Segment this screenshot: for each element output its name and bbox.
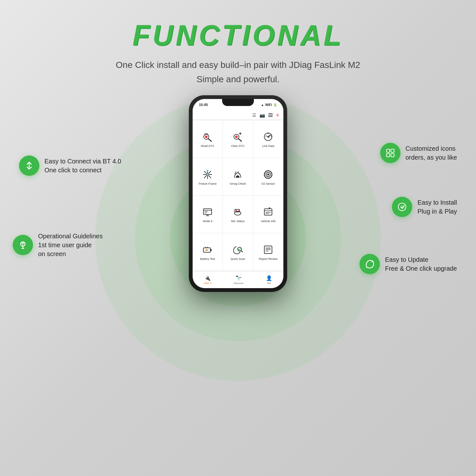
svg-rect-38	[210, 249, 212, 251]
status-icons: ▲WiFi🔋	[261, 103, 277, 107]
smog-check-icon	[231, 168, 244, 181]
svg-rect-51	[266, 247, 271, 248]
clear-dtc-label: Clear DTC	[231, 144, 245, 148]
battery-test-icon	[201, 243, 214, 256]
app-cell-battery-test[interactable]: Battery Test	[193, 233, 223, 271]
freeze-frame-label: Freeze Frame	[199, 182, 217, 185]
feature-guide: Operational Guidelines 1st time user gui…	[13, 232, 102, 258]
bt-bubble-text: Easy to Connect via BT 4.0 One click to …	[44, 157, 121, 175]
app-cell-report-review[interactable]: Report Review	[253, 233, 283, 271]
svg-point-21	[267, 174, 269, 175]
discover-nav-icon: 🔭	[235, 275, 242, 281]
update-bubble-text: Easy to Update Free & One click upgrade	[385, 255, 457, 273]
customize-bubble-circle	[380, 143, 400, 163]
svg-point-4	[235, 136, 238, 138]
app-grid: Read DTC Clear DTC	[193, 120, 283, 271]
status-time: 15:05	[199, 103, 208, 107]
install-bubble-circle	[392, 197, 412, 217]
app-cell-read-dtc[interactable]: Read DTC	[193, 120, 223, 158]
app-cell-smog-check[interactable]: Smog Check	[223, 158, 253, 196]
quick-scan-label: Quick Scan	[230, 257, 245, 261]
app-cell-o2-sensor[interactable]: O2 Sensor	[253, 158, 283, 196]
svg-rect-62	[391, 154, 394, 157]
video-icon[interactable]: 📷	[260, 113, 265, 118]
feature-update: Easy to Update Free & One click upgrade	[360, 254, 457, 274]
read-dtc-label: Read DTC	[201, 144, 215, 148]
nav-discover[interactable]: 🔭 Discover	[234, 275, 243, 285]
mil-status-label: MIL Status	[231, 220, 245, 223]
menu-icon[interactable]: ☰	[252, 113, 256, 118]
app-cell-mil-status[interactable]: MIL Status	[223, 196, 253, 234]
install-bubble-text: Easy to Install Plug in & Play	[417, 198, 457, 216]
guide-bubble-text: Operational Guidelines 1st time user gui…	[38, 232, 102, 258]
app-cell-mode6[interactable]: Mode 6	[193, 196, 223, 234]
o2-sensor-label: O2 Sensor	[261, 182, 275, 185]
feature-install: Easy to Install Plug in & Play	[392, 197, 457, 217]
live-data-icon	[262, 130, 274, 143]
battery-test-label: Battery Test	[200, 257, 215, 261]
svg-point-11	[268, 136, 269, 137]
o2-sensor-icon	[262, 168, 274, 181]
svg-point-1	[205, 136, 208, 138]
app-cell-quick-scan[interactable]: Quick Scan	[223, 233, 253, 271]
quick-scan-icon	[231, 243, 244, 256]
smog-check-label: Smog Check	[230, 182, 246, 185]
bt-icon[interactable]: ✳	[276, 113, 280, 118]
report-review-label: Report Review	[259, 257, 278, 261]
app-cell-live-data[interactable]: Live Data	[253, 120, 283, 158]
freeze-frame-icon	[201, 168, 214, 181]
svg-rect-61	[387, 154, 390, 157]
page-title: FUNCTIONAL	[0, 0, 476, 52]
feature-bt: Easy to Connect via BT 4.0 One click to …	[19, 155, 121, 176]
mode6-label: Mode 6	[203, 220, 212, 223]
svg-line-46	[241, 251, 243, 252]
bottom-nav: 🔌 OBD II 🔭 Discover 👤 Me	[193, 271, 283, 288]
svg-point-31	[238, 210, 239, 211]
app-cell-vehicle-info[interactable]: Vehicle Info	[253, 196, 283, 234]
update-bubble-circle	[360, 254, 380, 274]
obd2-nav-icon: 🔌	[204, 275, 211, 281]
app-cell-clear-dtc[interactable]: Clear DTC	[223, 120, 253, 158]
svg-point-58	[23, 245, 23, 246]
svg-rect-60	[391, 149, 394, 152]
mode6-icon	[201, 206, 214, 218]
customize-bubble-text: Customized icons orders, as you like	[406, 144, 457, 162]
nav-obd2[interactable]: 🔌 OBD II	[204, 275, 211, 285]
page-subtitle: One Click install and easy build–in pair…	[0, 58, 476, 87]
phone-mockup: 15:05 ▲WiFi🔋 ☰ 📷 🖼 ✳	[189, 95, 287, 292]
svg-point-16	[207, 174, 208, 175]
svg-rect-33	[264, 209, 272, 215]
svg-rect-59	[387, 149, 390, 152]
vehicle-info-icon	[262, 206, 274, 218]
nav-me[interactable]: 👤 Me	[266, 275, 272, 285]
svg-line-2	[208, 139, 211, 141]
phone-notch	[222, 99, 254, 106]
svg-line-5	[238, 139, 241, 141]
mil-status-icon	[231, 206, 244, 218]
vehicle-info-label: Vehicle Info	[261, 220, 276, 223]
image-icon[interactable]: 🖼	[268, 113, 273, 118]
me-nav-icon: 👤	[266, 275, 272, 281]
app-toolbar: ☰ 📷 🖼 ✳	[193, 110, 283, 120]
read-dtc-icon	[201, 130, 214, 143]
app-cell-freeze-frame[interactable]: Freeze Frame	[193, 158, 223, 196]
bt-bubble-circle	[19, 155, 39, 176]
live-data-label: Live Data	[262, 144, 274, 148]
report-review-icon	[262, 243, 274, 256]
clear-dtc-icon	[231, 130, 244, 143]
guide-bubble-circle	[13, 235, 33, 255]
feature-customize: Customized icons orders, as you like	[380, 143, 457, 163]
svg-point-30	[236, 210, 237, 211]
